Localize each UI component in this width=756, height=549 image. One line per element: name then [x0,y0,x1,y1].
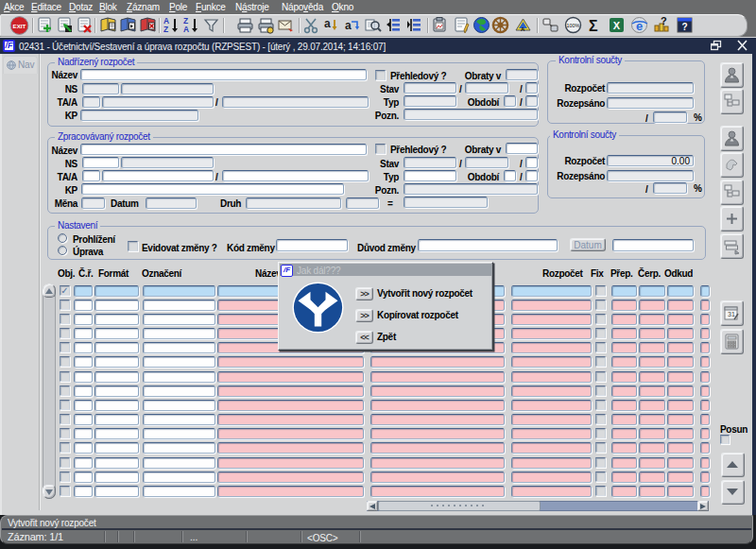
svg-text:?: ? [661,16,667,26]
svg-text:A: A [183,25,189,34]
svg-text:EXIT: EXIT [13,23,26,29]
svg-text:a: a [345,19,352,32]
svg-text:A: A [521,26,525,32]
svg-text:Σ: Σ [589,18,598,34]
svg-text:a: a [324,17,331,30]
svg-text:?: ? [681,22,687,32]
svg-text:X: X [613,20,621,31]
svg-text:100%: 100% [567,23,580,28]
svg-text:Z: Z [163,25,168,34]
svg-text:31: 31 [728,311,735,317]
svg-text:e: e [636,19,643,33]
